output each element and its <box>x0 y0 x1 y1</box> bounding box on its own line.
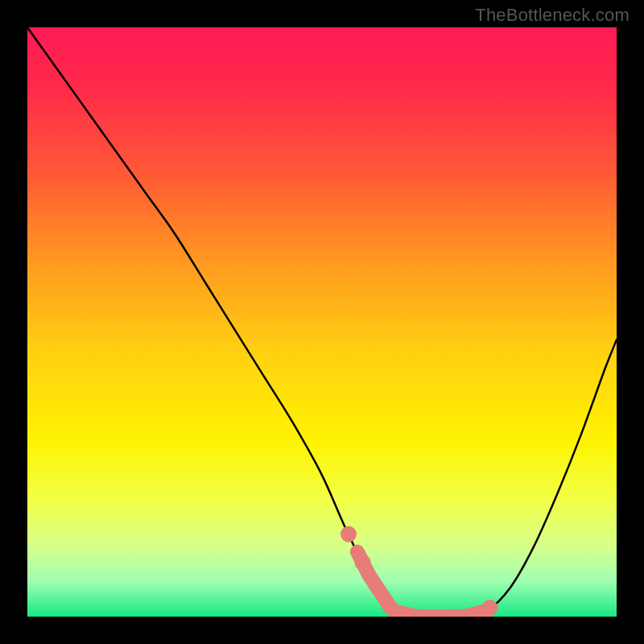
highlight-dot <box>355 555 371 571</box>
recommended-range-highlight <box>357 551 487 617</box>
bottleneck-curve <box>27 27 617 617</box>
chart-frame: TheBottleneck.com <box>0 0 644 644</box>
plot-area <box>27 27 617 617</box>
attribution-label: TheBottleneck.com <box>475 5 630 26</box>
chart-curves <box>27 27 617 617</box>
highlight-dot <box>341 526 357 543</box>
highlight-dot <box>482 600 498 616</box>
